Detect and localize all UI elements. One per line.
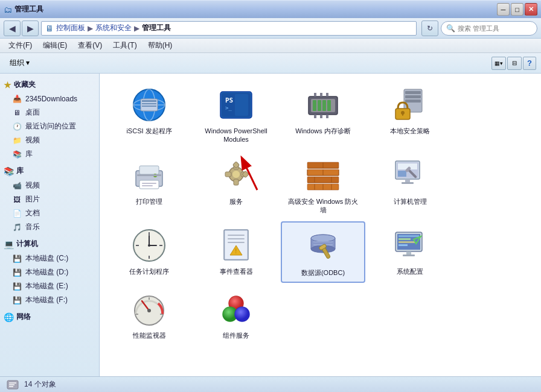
svg-point-81 bbox=[148, 244, 150, 247]
perfmon-label: 性能监视器 bbox=[133, 331, 166, 340]
sidebar-video-label: 视频 bbox=[25, 180, 40, 191]
view-pane-button[interactable]: ⊟ bbox=[507, 57, 522, 70]
perfmon-icon bbox=[130, 290, 168, 329]
item-comexp[interactable]: 组件服务 bbox=[194, 285, 278, 344]
svg-rect-84 bbox=[228, 235, 245, 236]
content-area: iSCSI 发起程序 PS >_ Windows PowerShell Modu… bbox=[100, 74, 541, 376]
item-perfmon[interactable]: 性能监视器 bbox=[107, 285, 191, 344]
sidebar-item-drive-c[interactable]: 💾 本地磁盘 (C:) bbox=[0, 251, 99, 265]
drive-e-icon: 💾 bbox=[12, 282, 22, 291]
library-fav-icon: 📚 bbox=[12, 150, 22, 159]
sidebar-header-network[interactable]: 🌐 网络 bbox=[0, 309, 99, 324]
item-odbc[interactable]: 数据源(ODBC) bbox=[281, 221, 365, 283]
sidebar-video-fav-label: 视频 bbox=[25, 135, 40, 145]
drive-c-icon: 💾 bbox=[12, 254, 22, 264]
sidebar-item-drive-d[interactable]: 💾 本地磁盘 (D:) bbox=[0, 265, 99, 279]
sidebar-drive-f-label: 本地磁盘 (F:) bbox=[25, 295, 68, 305]
svg-text:!: ! bbox=[235, 248, 237, 254]
sidebar-drive-e-label: 本地磁盘 (E:) bbox=[25, 281, 68, 291]
menu-file[interactable]: 文件(F) bbox=[4, 39, 37, 52]
close-button[interactable]: ✕ bbox=[525, 3, 537, 16]
computer-label: 计算机 bbox=[16, 239, 38, 249]
item-eventvwr[interactable]: ! 事件查看器 bbox=[194, 221, 278, 283]
svg-rect-39 bbox=[137, 174, 161, 176]
item-compmgmt[interactable]: 计算机管理 bbox=[368, 151, 452, 220]
powershell-icon: PS >_ bbox=[217, 86, 255, 124]
svg-rect-68 bbox=[398, 171, 406, 177]
breadcrumb-part3: 管理工具 bbox=[142, 23, 171, 33]
item-taskschd[interactable]: 任务计划程序 bbox=[107, 221, 191, 283]
svg-point-42 bbox=[232, 171, 240, 178]
msconfig-icon bbox=[391, 226, 429, 265]
eventvwr-label: 事件查看器 bbox=[220, 267, 253, 276]
view-mode-button[interactable]: ▦▾ bbox=[491, 57, 506, 70]
refresh-button[interactable]: ↻ bbox=[421, 21, 438, 36]
iscsi-label: iSCSI 发起程序 bbox=[126, 127, 171, 135]
menu-view[interactable]: 查看(V) bbox=[73, 39, 107, 52]
search-icon: 🔍 bbox=[446, 24, 455, 33]
sidebar-item-desktop[interactable]: 🖥 桌面 bbox=[0, 106, 99, 119]
maximize-button[interactable]: □ bbox=[511, 3, 523, 16]
sidebar-item-document[interactable]: 📄 文档 bbox=[0, 206, 99, 220]
item-memory[interactable]: Windows 内存诊断 bbox=[281, 81, 365, 149]
svg-rect-102 bbox=[399, 238, 411, 240]
status-icon bbox=[6, 378, 19, 391]
star-icon: ★ bbox=[4, 80, 11, 90]
services-label: 服务 bbox=[229, 197, 243, 206]
comexp-icon bbox=[217, 290, 255, 329]
sidebar-section-library: 📚 库 📹 视频 🖼 图片 📄 文档 🎵 音乐 bbox=[0, 163, 99, 234]
svg-rect-103 bbox=[399, 241, 415, 243]
sidebar-item-drive-e[interactable]: 💾 本地磁盘 (E:) bbox=[0, 279, 99, 293]
item-security[interactable]: 本地安全策略 bbox=[368, 81, 452, 149]
sidebar-header-library[interactable]: 📚 库 bbox=[0, 163, 99, 179]
svg-rect-13 bbox=[235, 94, 248, 116]
breadcrumb[interactable]: 🖥 控制面板 ▶ 系统和安全 ▶ 管理工具 bbox=[41, 21, 417, 36]
help-button[interactable]: ? bbox=[523, 57, 536, 70]
breadcrumb-sep1: ▶ bbox=[88, 24, 93, 33]
item-firewall[interactable]: 高级安全 Windows 防火墙 bbox=[281, 151, 365, 220]
back-button[interactable]: ◀ bbox=[4, 21, 21, 36]
organize-button[interactable]: 组织 ▾ bbox=[5, 55, 34, 71]
item-msconfig[interactable]: 系统配置 bbox=[368, 221, 452, 283]
sidebar-item-library-fav[interactable]: 📚 库 bbox=[0, 147, 99, 161]
svg-rect-32 bbox=[402, 113, 403, 116]
status-bar: 14 个对象 bbox=[0, 376, 541, 392]
svg-rect-7 bbox=[142, 103, 156, 104]
powershell-label: Windows PowerShell Modules bbox=[200, 127, 272, 144]
svg-rect-20 bbox=[314, 115, 316, 118]
minimize-button[interactable]: ─ bbox=[497, 3, 510, 16]
sidebar-header-favorites[interactable]: ★ 收藏夹 bbox=[0, 77, 99, 92]
services-icon bbox=[217, 156, 255, 195]
item-iscsi[interactable]: iSCSI 发起程序 bbox=[107, 81, 191, 149]
item-powershell[interactable]: PS >_ Windows PowerShell Modules bbox=[194, 81, 278, 149]
sidebar-picture-label: 图片 bbox=[25, 194, 40, 204]
menu-edit[interactable]: 编辑(E) bbox=[38, 39, 72, 52]
menu-help[interactable]: 帮助(H) bbox=[143, 39, 178, 52]
svg-rect-107 bbox=[403, 254, 415, 256]
picture-icon: 🖼 bbox=[12, 195, 22, 204]
sidebar-header-computer[interactable]: 💻 计算机 bbox=[0, 236, 99, 251]
search-area[interactable]: 🔍 bbox=[441, 21, 537, 36]
menu-tools[interactable]: 工具(T) bbox=[108, 39, 141, 52]
sidebar-item-picture[interactable]: 🖼 图片 bbox=[0, 192, 99, 206]
title-bar-controls: ─ □ ✕ bbox=[497, 3, 537, 16]
sidebar-item-recent[interactable]: 🕐 最近访问的位置 bbox=[0, 119, 99, 133]
network-header-icon: 🌐 bbox=[4, 312, 14, 322]
sidebar-music-label: 音乐 bbox=[25, 222, 40, 232]
forward-button[interactable]: ▶ bbox=[22, 21, 39, 36]
sidebar-item-video[interactable]: 📹 视频 bbox=[0, 179, 99, 192]
music-icon: 🎵 bbox=[12, 223, 22, 232]
drive-f-icon: 💾 bbox=[12, 296, 22, 305]
taskschd-label: 任务计划程序 bbox=[129, 267, 169, 276]
sidebar-item-video-fav[interactable]: 📁 视频 bbox=[0, 133, 99, 147]
svg-rect-21 bbox=[320, 115, 322, 118]
view-buttons: ▦▾ ⊟ ? bbox=[491, 57, 536, 70]
item-services[interactable]: 服务 bbox=[194, 151, 278, 220]
search-input[interactable] bbox=[458, 25, 541, 32]
drive-d-icon: 💾 bbox=[12, 268, 22, 277]
sidebar-item-music[interactable]: 🎵 音乐 bbox=[0, 220, 99, 234]
sidebar-item-drive-f[interactable]: 💾 本地磁盘 (F:) bbox=[0, 293, 99, 307]
item-print[interactable]: 打印管理 bbox=[107, 151, 191, 220]
comexp-label: 组件服务 bbox=[223, 331, 249, 340]
sidebar-item-downloads[interactable]: 📥 2345Downloads bbox=[0, 92, 99, 106]
